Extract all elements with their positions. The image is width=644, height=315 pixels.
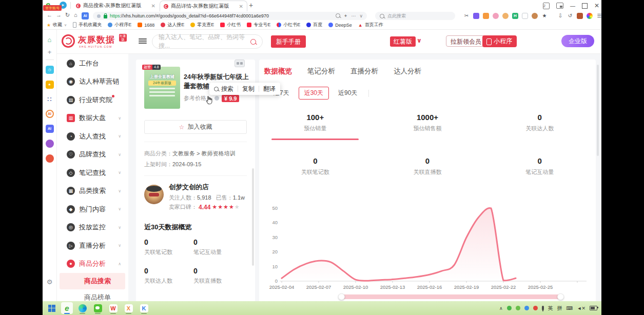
stat-cell-2[interactable]: 0关联达人数: [483, 113, 596, 140]
tab-close-icon[interactable]: ✕: [151, 3, 155, 9]
bookmark-4[interactable]: 达人搜E: [161, 22, 184, 28]
bluetooth-tray-icon[interactable]: [524, 306, 529, 310]
frame-ext-icon[interactable]: [522, 13, 528, 19]
sidebar-item-4[interactable]: ◔达人查找∨: [56, 127, 128, 146]
forward-icon[interactable]: →: [56, 12, 62, 18]
pink-ext-icon[interactable]: [493, 13, 499, 19]
ai-assistant-icon[interactable]: AI: [82, 12, 89, 19]
stat-cell-1[interactable]: 1000+预估销售额: [372, 113, 484, 140]
tab-close-icon[interactable]: ✕: [239, 4, 243, 9]
tooltip-copy-button[interactable]: 复制: [242, 85, 255, 93]
bookmark-11[interactable]: ▲首页工作: [358, 22, 383, 28]
tab-group-badge[interactable]: 2: [543, 3, 550, 9]
floating-widget-icon[interactable]: [235, 60, 245, 67]
miniapp-button[interactable]: 小程序: [482, 35, 517, 47]
sidebar-item-2[interactable]: ▤行业研究院: [56, 91, 128, 109]
bookmark-6[interactable]: 小红书: [220, 22, 241, 28]
monkey-ext-icon[interactable]: [483, 13, 489, 19]
battery-icon[interactable]: [590, 306, 597, 310]
e-browser-taskbar-icon[interactable]: e: [61, 302, 73, 314]
sidebar-item-8[interactable]: ◆热门内容∨: [56, 200, 128, 219]
chevron-down-icon[interactable]: ∨: [417, 37, 422, 44]
browser-search-box[interactable]: 点此搜索: [375, 12, 455, 20]
sidebar-item-9[interactable]: ◎投放监控∨: [56, 219, 128, 237]
tray-expand-icon[interactable]: ∧: [499, 306, 503, 311]
browser-tab-product-search[interactable]: 商品搜索-灰豚数据红薯版 ✕: [72, 1, 159, 11]
clipboard-ext-icon[interactable]: [473, 13, 479, 19]
ai-square-app-icon[interactable]: AI: [46, 125, 54, 133]
sales-trend-chart[interactable]: 010203040502025-02-042025-02-072025-02-1…: [262, 203, 593, 301]
sidebar-item-7[interactable]: ▦品类搜索∨: [56, 182, 128, 201]
purple-app-icon[interactable]: [46, 140, 54, 148]
zoom-icon[interactable]: [336, 13, 340, 18]
pin-ext-icon[interactable]: ★: [541, 13, 548, 19]
ime-lang-en[interactable]: 英: [548, 305, 553, 312]
scissors-icon[interactable]: ✂: [463, 13, 470, 19]
tab-达人分析[interactable]: 达人分析: [394, 67, 421, 76]
tab-数据概览[interactable]: 数据概览: [264, 67, 292, 76]
enterprise-button[interactable]: 企业版: [561, 35, 594, 47]
sidebar-subitem-1[interactable]: 商品榜单: [60, 289, 125, 301]
new-tab-button[interactable]: +: [249, 1, 253, 9]
bookmark-5[interactable]: 零克查E: [190, 22, 214, 28]
bookmark-0[interactable]: ★收藏∨: [47, 22, 67, 28]
sidebar-subitem-0[interactable]: 商品搜索: [60, 273, 125, 289]
card-scrollbar[interactable]: [252, 168, 254, 266]
shop-name[interactable]: 创梦文创的店: [169, 183, 209, 192]
stat-cell-3[interactable]: 0关联笔记数: [259, 156, 372, 176]
sidebar-item-3[interactable]: ▥数据大盘∨: [56, 109, 128, 128]
slider-handle-left[interactable]: [338, 293, 345, 300]
slider-handle-right[interactable]: [557, 293, 564, 300]
sidebar-item-1[interactable]: ◉达人种草营销: [56, 73, 128, 91]
work-ext-icon[interactable]: [577, 13, 583, 19]
fox-ext-icon[interactable]: [532, 13, 538, 19]
wps-taskbar-icon[interactable]: W: [107, 302, 119, 314]
mini-window-icon[interactable]: [556, 3, 563, 9]
volume-muted-icon[interactable]: ◄✕: [577, 306, 586, 311]
page-scrollbar[interactable]: [597, 65, 599, 156]
browser-tab-product-detail[interactable]: 商品详情-灰豚数据红薯版 ✕: [160, 1, 247, 11]
bookmark-9[interactable]: 百度: [306, 22, 322, 28]
sidebar-item-0[interactable]: ⌂工作台: [56, 54, 128, 73]
sidebar-item-5[interactable]: ♡品牌查找∨: [56, 146, 128, 164]
ime-lang-pinyin[interactable]: 拼: [557, 305, 562, 312]
address-input[interactable]: https ://xhs.huitun.com/#/goods/goods_de…: [93, 12, 367, 20]
tooltip-translate-button[interactable]: 翻译: [263, 85, 276, 93]
star-app-icon[interactable]: ★: [46, 81, 54, 89]
invite-member-button[interactable]: 拉新领会员: [446, 35, 486, 47]
bookmark-1[interactable]: 手机收藏夹: [73, 22, 102, 28]
clock-app-icon[interactable]: ◷: [46, 66, 54, 74]
shop-avatar[interactable]: [144, 185, 164, 204]
product-image[interactable]: 上册全套教辅 24年最新版: [144, 67, 180, 109]
sidebar-item-6[interactable]: ◇笔记查找∨: [56, 164, 128, 182]
reload-icon[interactable]: ↻: [65, 12, 70, 18]
k-app-taskbar-icon[interactable]: K: [138, 302, 150, 314]
collapse-sidebar-icon[interactable]: [139, 37, 147, 45]
close-button[interactable]: ✕: [594, 2, 599, 9]
back-icon[interactable]: ←: [47, 12, 52, 18]
add-favorite-button[interactable]: ☆ 加入收藏: [144, 120, 247, 134]
manual-button[interactable]: 新手手册: [271, 35, 306, 48]
sidebar-item-10[interactable]: ▷直播分析∨: [56, 237, 128, 255]
history-undo-icon[interactable]: ↺: [567, 13, 573, 19]
bookmark-8[interactable]: 小红书E: [277, 22, 300, 28]
home-icon[interactable]: ⌂: [74, 12, 77, 18]
minimize-button[interactable]: —: [570, 3, 575, 9]
download-manager-icon[interactable]: ⇩: [557, 13, 563, 19]
site-info-icon[interactable]: [97, 14, 101, 18]
tab-笔记分析[interactable]: 笔记分析: [307, 67, 335, 76]
tooltip-search-button[interactable]: 搜索: [221, 85, 233, 93]
sidebar-item-11[interactable]: ●商品分析∧: [56, 255, 128, 273]
mic-tray-icon[interactable]: [542, 306, 544, 310]
gamepad-app-icon[interactable]: [46, 154, 54, 163]
profile-avatar-icon[interactable]: [587, 13, 593, 19]
bookmark-2[interactable]: 小程序E: [108, 22, 131, 28]
bookmark-7[interactable]: 专业号E: [247, 22, 270, 28]
add-tab-icon[interactable]: +: [48, 48, 52, 56]
edge-taskbar-icon[interactable]: [76, 302, 88, 314]
chevron-down-icon[interactable]: ∨: [359, 13, 363, 18]
x-app-taskbar-icon[interactable]: X: [123, 302, 134, 314]
app-search-input[interactable]: 输入达人、笔记、品牌、热词等搜...: [152, 34, 263, 49]
home-icon[interactable]: ⌂: [48, 36, 52, 44]
start-button[interactable]: [46, 302, 57, 314]
